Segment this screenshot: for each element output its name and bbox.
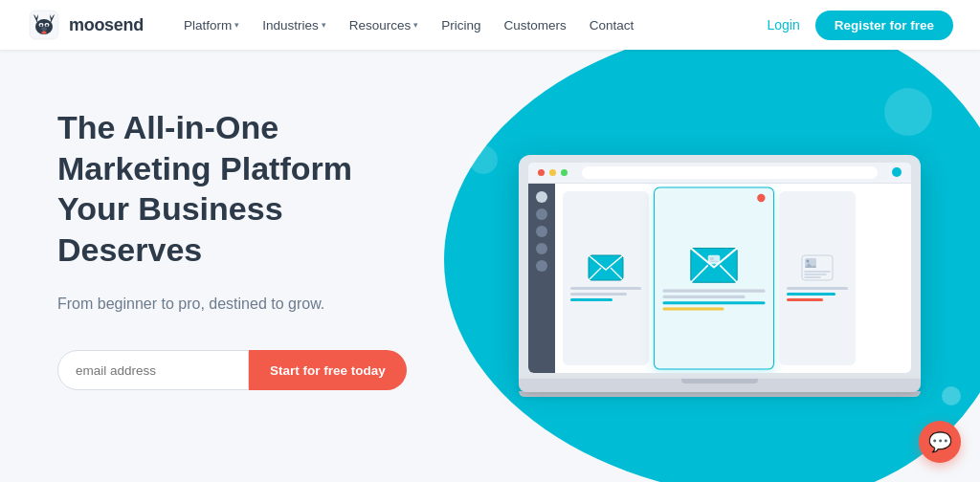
email-input[interactable]	[57, 350, 249, 390]
sidebar-item-4	[536, 260, 547, 272]
float-circle-1	[884, 88, 932, 136]
badge-dot	[757, 193, 765, 201]
svg-rect-14	[708, 254, 721, 263]
nav-industries[interactable]: Industries ▾	[253, 12, 336, 38]
nav-customers[interactable]: Customers	[495, 12, 576, 38]
nav-contact[interactable]: Contact	[580, 12, 644, 38]
svg-point-6	[46, 24, 48, 26]
hero-content: The All-in-One Marketing Platform Your B…	[0, 50, 459, 482]
svg-point-7	[41, 27, 47, 31]
laptop-screen	[519, 155, 921, 379]
float-circle-2	[942, 386, 961, 405]
logo-icon	[27, 8, 61, 42]
laptop-illustration	[519, 155, 921, 397]
navbar: moosend Platform ▾ Industries ▾ Resource…	[0, 0, 980, 50]
start-free-button[interactable]: Start for free today	[249, 350, 407, 390]
brand-name: moosend	[69, 15, 144, 35]
card-lines-featured	[662, 289, 765, 310]
logo[interactable]: moosend	[27, 8, 144, 42]
nav-right: Login Register for free	[767, 11, 953, 40]
hero-section: The All-in-One Marketing Platform Your B…	[0, 50, 980, 482]
card-lines-1	[570, 287, 641, 301]
svg-point-19	[807, 260, 810, 263]
login-button[interactable]: Login	[767, 17, 799, 33]
hero-subtitle: From beginner to pro, destined to grow.	[57, 293, 421, 316]
screen-dot-yellow	[549, 169, 556, 176]
chat-bubble[interactable]: 💬	[919, 421, 961, 463]
screen-main	[555, 184, 911, 373]
resources-dropdown-arrow: ▾	[413, 20, 418, 30]
nav-pricing[interactable]: Pricing	[432, 12, 490, 38]
email-card-featured	[654, 186, 774, 369]
industries-dropdown-arrow: ▾	[322, 20, 326, 30]
sidebar-item-3	[536, 243, 547, 254]
screen-sidebar	[528, 184, 555, 373]
card-lines-3	[787, 287, 848, 301]
screen-dot-green	[561, 169, 568, 176]
float-circle-3	[469, 145, 498, 174]
envelope-icon-1	[588, 254, 624, 281]
hero-title: The All-in-One Marketing Platform Your B…	[57, 107, 421, 270]
screen-body	[528, 184, 911, 373]
screen-nav-dot	[892, 167, 902, 177]
laptop-base	[519, 379, 921, 392]
screen-urlbar	[582, 166, 878, 179]
envelope-icon-featured	[690, 246, 738, 282]
screen-topbar	[528, 163, 911, 184]
image-card-icon	[801, 254, 834, 281]
chat-icon: 💬	[928, 430, 952, 453]
hero-illustration	[459, 50, 980, 482]
register-button[interactable]: Register for free	[815, 11, 953, 40]
sidebar-item-1	[536, 208, 547, 220]
sidebar-item-active	[536, 191, 547, 203]
email-card-1	[563, 191, 649, 365]
sidebar-item-2	[536, 226, 547, 237]
screen-dot-red	[538, 169, 545, 176]
email-card-3	[779, 191, 856, 365]
hero-form: Start for free today	[57, 350, 421, 390]
svg-point-5	[40, 24, 42, 26]
nav-links: Platform ▾ Industries ▾ Resources ▾ Pric…	[174, 12, 768, 38]
platform-dropdown-arrow: ▾	[234, 20, 239, 30]
screen-inner	[528, 163, 911, 373]
laptop-hinge	[681, 379, 758, 383]
nav-platform[interactable]: Platform ▾	[174, 12, 249, 38]
nav-resources[interactable]: Resources ▾	[340, 12, 429, 38]
